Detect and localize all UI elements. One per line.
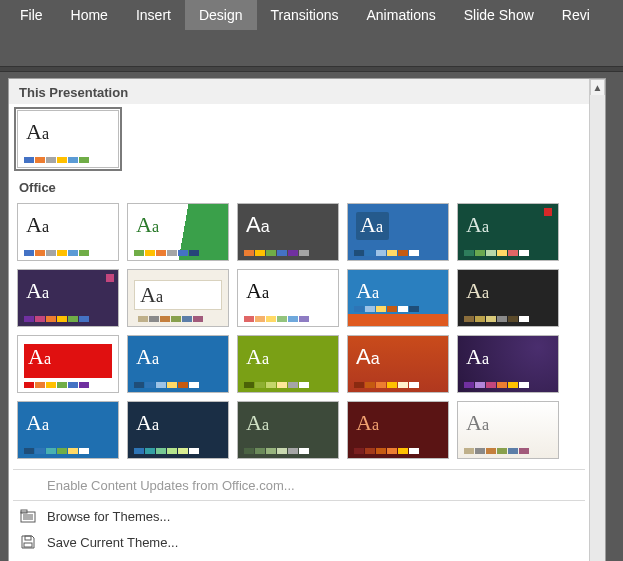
- menu-label: Enable Content Updates from Office.com..…: [47, 478, 295, 493]
- ribbon: File Home Insert Design Transitions Anim…: [0, 0, 623, 30]
- section-office: Office: [9, 176, 589, 197]
- menu-separator: [13, 469, 585, 470]
- theme-thumb[interactable]: Aa: [127, 269, 229, 327]
- theme-thumb[interactable]: Aa: [457, 203, 559, 261]
- highlight-design-tab: [0, 30, 64, 66]
- tab-transitions[interactable]: Transitions: [257, 0, 353, 30]
- theme-thumb[interactable]: Aa: [237, 401, 339, 459]
- tab-slide-show[interactable]: Slide Show: [450, 0, 548, 30]
- tab-design[interactable]: Design: [185, 0, 257, 30]
- theme-thumb[interactable]: Aa: [237, 203, 339, 261]
- ribbon-separator: [0, 66, 623, 72]
- svg-rect-6: [24, 543, 32, 547]
- theme-thumb[interactable]: Aa: [457, 335, 559, 393]
- themes-scrollbar[interactable]: ▲ ▼: [589, 79, 605, 561]
- tab-animations[interactable]: Animations: [352, 0, 449, 30]
- tab-review[interactable]: Revi: [548, 0, 604, 30]
- menu-separator: [13, 500, 585, 501]
- theme-thumb[interactable]: Aa: [347, 335, 449, 393]
- folder-browse-icon: [19, 509, 37, 523]
- theme-thumb[interactable]: Aa: [17, 335, 119, 393]
- theme-thumb[interactable]: Aa: [17, 203, 119, 261]
- scroll-up-arrow-icon[interactable]: ▲: [590, 79, 605, 95]
- section-this-presentation: This Presentation: [9, 79, 589, 104]
- tab-file[interactable]: File: [6, 0, 57, 30]
- theme-thumb[interactable]: Aa: [127, 335, 229, 393]
- menu-save-current-theme[interactable]: Save Current Theme...: [9, 529, 589, 555]
- menu-label: Save Current Theme...: [47, 535, 178, 550]
- menu-label: Browse for Themes...: [47, 509, 170, 524]
- theme-thumb[interactable]: Aa: [347, 203, 449, 261]
- theme-thumb[interactable]: Aa: [457, 269, 559, 327]
- theme-thumb[interactable]: Aa: [17, 401, 119, 459]
- svg-rect-5: [25, 536, 31, 540]
- theme-thumb[interactable]: Aa: [237, 335, 339, 393]
- theme-thumb[interactable]: Aa: [347, 401, 449, 459]
- theme-thumb[interactable]: Aa: [17, 110, 119, 168]
- menu-browse-for-themes[interactable]: Browse for Themes...: [9, 503, 589, 529]
- this-presentation-thumbs: Aa: [9, 104, 589, 176]
- theme-thumb[interactable]: Aa: [17, 269, 119, 327]
- tab-home[interactable]: Home: [57, 0, 122, 30]
- theme-thumb[interactable]: Aa: [347, 269, 449, 327]
- save-icon: [19, 535, 37, 549]
- theme-thumb[interactable]: Aa: [127, 203, 229, 261]
- themes-flyout: This Presentation Aa Office Aa Aa: [8, 78, 606, 561]
- theme-thumb[interactable]: Aa: [237, 269, 339, 327]
- tab-insert[interactable]: Insert: [122, 0, 185, 30]
- theme-thumb[interactable]: Aa: [457, 401, 559, 459]
- menu-enable-content-updates: Enable Content Updates from Office.com..…: [9, 472, 589, 498]
- office-thumbs: Aa Aa Aa Aa Aa: [9, 197, 589, 467]
- theme-thumb[interactable]: Aa: [127, 401, 229, 459]
